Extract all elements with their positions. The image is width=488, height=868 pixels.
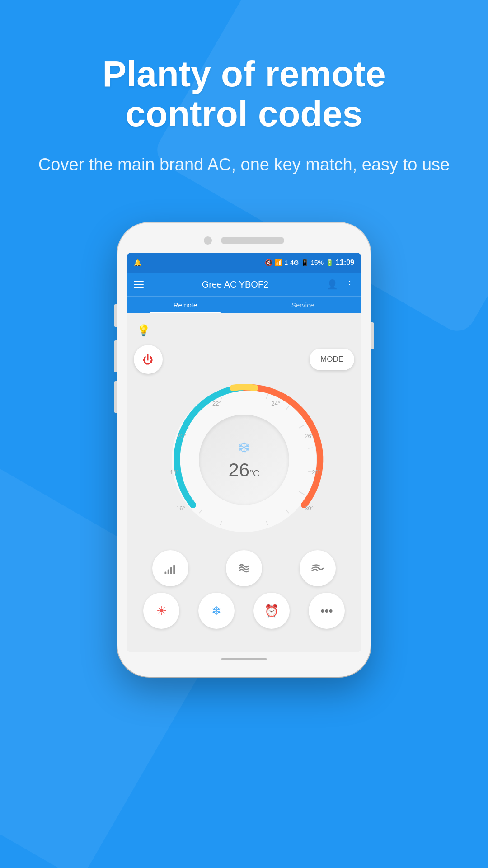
swing-icon (237, 561, 251, 576)
tab-remote[interactable]: Remote (127, 297, 244, 313)
temp-20: 20° (177, 433, 186, 439)
power-button-remote[interactable]: ⏻ (134, 345, 163, 374)
power-button (371, 322, 374, 349)
wind-button[interactable] (300, 550, 336, 586)
person-icon[interactable]: 👤 (327, 279, 338, 290)
network-label: 4G (290, 259, 299, 266)
wifi-icon: 📶 (275, 259, 282, 266)
volume-up-button (114, 340, 117, 372)
swing-button[interactable] (226, 550, 262, 586)
header-section: Planty of remote control codes Cover the… (0, 0, 488, 196)
mode-button[interactable]: MODE (310, 349, 354, 370)
fan-speed-icon (164, 561, 177, 575)
temp-22: 22° (212, 400, 221, 407)
cool-icon: ❄ (211, 604, 221, 618)
status-right: 🔇 📶 1 4G 📱 15% 🔋 11:09 (265, 259, 354, 267)
svg-rect-22 (174, 565, 175, 574)
signal-icon: 📱 (301, 259, 309, 266)
temp-24: 24° (271, 400, 280, 407)
power-symbol: ⏻ (143, 353, 154, 366)
speaker (221, 237, 284, 244)
battery-label: 15% (311, 259, 324, 266)
volume-down-button (114, 381, 117, 413)
hamburger-menu-icon[interactable] (134, 281, 144, 288)
camera (204, 236, 212, 245)
svg-rect-20 (168, 570, 169, 574)
heat-mode-button[interactable]: ☀ (143, 593, 179, 629)
tab-service[interactable]: Service (244, 297, 361, 313)
dial-labels: 16° 18° 20° 22° 24° 26° 28° (163, 378, 325, 541)
phone-screen: 🔔 🔇 📶 1 4G 📱 15% 🔋 11:09 (127, 253, 361, 652)
more-button[interactable]: ••• (309, 593, 345, 629)
status-left: 🔔 (134, 259, 141, 266)
app-bar: Gree AC YBOF2 👤 ⋮ (127, 273, 361, 296)
sub-title: Cover the main brand AC, one key match, … (36, 152, 452, 178)
temp-28: 28° (312, 469, 321, 476)
temp-30: 30° (305, 505, 314, 512)
tabs-bar: Remote Service (127, 296, 361, 313)
phone-notch (127, 236, 361, 245)
wind-icon (311, 561, 324, 575)
temp-26: 26° (305, 433, 314, 439)
mode-row: ☀ ❄ ⏰ ••• (134, 593, 354, 629)
app-title: Gree AC YBOF2 (144, 279, 327, 290)
more-icon-remote: ••• (320, 604, 333, 618)
time-label: 11:09 (336, 259, 354, 267)
temp-18: 18° (170, 469, 179, 476)
phone-mockup: 🔔 🔇 📶 1 4G 📱 15% 🔋 11:09 (117, 223, 371, 677)
cool-mode-button[interactable]: ❄ (198, 593, 235, 629)
light-row: 💡 (134, 321, 354, 340)
temp-16: 16° (176, 505, 185, 512)
more-options-icon[interactable]: ⋮ (345, 279, 354, 290)
remote-content: 💡 ⏻ MODE (127, 313, 361, 652)
app-bar-actions: 👤 ⋮ (327, 279, 354, 290)
phone-container: 🔔 🔇 📶 1 4G 📱 15% 🔋 11:09 (0, 223, 488, 677)
status-bar: 🔔 🔇 📶 1 4G 📱 15% 🔋 11:09 (127, 253, 361, 273)
svg-rect-19 (165, 572, 167, 574)
timer-button[interactable]: ⏰ (253, 593, 290, 629)
home-indicator (221, 658, 267, 660)
main-title: Planty of remote control codes (36, 54, 452, 134)
notification-icon: 🔔 (134, 259, 141, 266)
mute-icon: 🔇 (265, 259, 272, 266)
sim-icon: 1 (285, 259, 288, 266)
heat-icon: ☀ (156, 604, 167, 618)
svg-rect-21 (170, 567, 172, 574)
battery-icon: 🔋 (326, 259, 333, 266)
timer-icon: ⏰ (264, 604, 279, 618)
phone-bottom (127, 652, 361, 663)
light-icon[interactable]: 💡 (134, 321, 154, 340)
thermostat-dial[interactable]: ❄ 26°C 16° 18° 20° 22° (163, 378, 325, 541)
fan-speed-button[interactable] (152, 550, 188, 586)
bottom-controls-row1 (134, 550, 354, 586)
power-mode-row: ⏻ MODE (134, 345, 354, 374)
mute-button (114, 304, 117, 327)
